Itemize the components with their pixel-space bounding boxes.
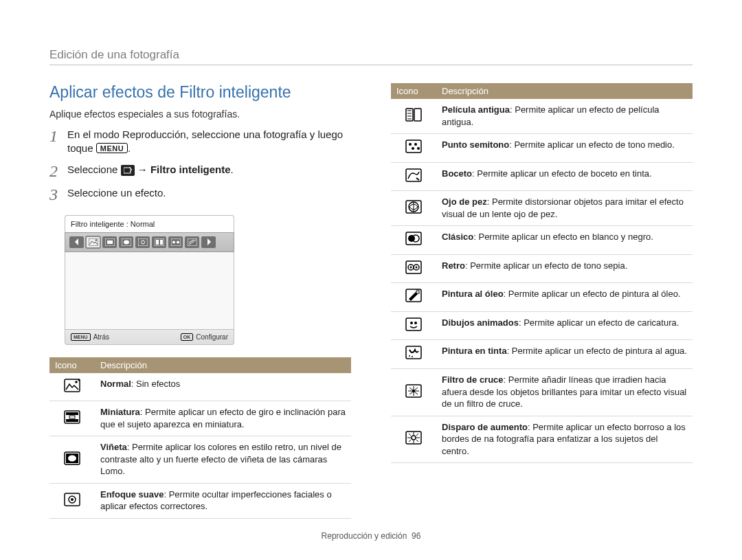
filter-name: Normal (100, 379, 131, 389)
svg-point-58 (409, 355, 410, 357)
filter-desc: : Permite aplicar un efecto de pintura a… (504, 289, 681, 299)
filter-desc: : Permite aplicar un efecto de caricatur… (519, 317, 679, 328)
filter-icon (405, 317, 423, 332)
th-desc: Descripción (95, 357, 351, 373)
filter-name: Retro (442, 260, 465, 271)
filter-desc: : Permite aplicar un efecto de tono medi… (509, 139, 675, 150)
svg-rect-53 (416, 291, 419, 293)
step-2: 2 Seleccione → Filtro inteligente. (49, 163, 351, 179)
strip-left-icon (69, 236, 84, 248)
footer-page: 96 (412, 531, 420, 541)
step-1: 1 En el modo Reproducción, seleccione un… (49, 128, 351, 156)
row-icon-cell (391, 226, 436, 255)
step-number: 3 (49, 186, 60, 203)
step-number: 2 (49, 163, 60, 179)
filter-strip (65, 232, 234, 252)
svg-point-63 (412, 436, 416, 440)
filter-soft-focus-icon (135, 236, 150, 248)
table-row: Dibujos animados: Permite aplicar un efe… (391, 311, 693, 340)
svg-rect-4 (107, 240, 113, 244)
svg-rect-7 (138, 238, 148, 246)
row-desc-cell: Clásico: Permite aplicar un efecto en bl… (436, 226, 693, 255)
svg-rect-10 (156, 240, 159, 245)
lead-text: Aplique efectos especiales a sus fotogra… (49, 109, 351, 120)
row-icon-cell (49, 401, 95, 436)
filter-table-left: Icono Descripción Normal: Sin efectosMin… (49, 357, 351, 519)
step-1-text-post: . (128, 142, 131, 154)
row-desc-cell: Pintura en tinta: Permite aplicar un efe… (436, 340, 693, 369)
svg-point-50 (410, 266, 412, 268)
filter-sketch-icon (185, 236, 199, 248)
row-desc-cell: Ojo de pez: Permite distorsionar objetos… (436, 191, 693, 226)
row-desc-cell: Viñeta: Permite aplicar los colores en e… (95, 436, 351, 484)
row-icon-cell (49, 373, 95, 401)
filter-icon (63, 451, 81, 466)
filter-name: Película antigua (442, 104, 510, 115)
row-desc-cell: Boceto: Permite aplicar un efecto de boc… (436, 162, 693, 191)
menu-button-icon: MENU (96, 143, 128, 153)
filter-halftone-icon (168, 236, 183, 248)
table-row: Filtro de cruce: Permite añadir líneas q… (391, 369, 693, 416)
svg-point-51 (416, 266, 418, 268)
section-header: Edición de una fotografía (49, 48, 693, 65)
row-desc-cell: Película antigua: Permite aplicar un efe… (436, 99, 693, 134)
filter-name: Filtro de cruce (442, 374, 504, 385)
filter-name: Punto semitono (442, 139, 509, 150)
row-icon-cell (49, 483, 95, 518)
row-icon-cell (391, 134, 436, 163)
strip-right-icon (201, 236, 216, 248)
step-3-text: Seleccione un efecto. (67, 186, 166, 200)
ok-button-icon: OK (181, 333, 194, 341)
table-row: Normal: Sin efectos (49, 373, 351, 401)
svg-rect-11 (160, 240, 163, 245)
filter-icon (63, 378, 81, 393)
row-desc-cell: Normal: Sin efectos (95, 373, 351, 401)
edit-icon (121, 165, 135, 176)
step-3: 3 Seleccione un efecto. (49, 186, 351, 203)
row-desc-cell: Miniatura: Permite aplicar un efecto de … (95, 401, 351, 436)
svg-point-56 (414, 322, 417, 324)
filter-name: Dibujos animados (442, 317, 519, 328)
camera-back-label: Atrás (93, 333, 109, 341)
filter-icon (405, 345, 423, 360)
row-desc-cell: Pintura al óleo: Permite aplicar un efec… (436, 283, 693, 312)
filter-icon (63, 492, 81, 507)
table-row: Pintura en tinta: Permite aplicar un efe… (391, 340, 693, 369)
filter-name: Enfoque suave (100, 489, 164, 500)
filter-icon (405, 430, 423, 445)
row-icon-cell (391, 311, 436, 340)
table-row: Clásico: Permite aplicar un efecto en bl… (391, 226, 693, 255)
menu-button-icon: MENU (71, 333, 91, 341)
svg-rect-54 (406, 318, 421, 331)
step-number: 1 (49, 128, 60, 144)
row-desc-cell: Punto semitono: Permite aplicar un efect… (436, 134, 693, 163)
svg-point-59 (412, 356, 413, 357)
filter-name: Viñeta (100, 442, 127, 452)
filter-desc: : Sin efectos (131, 379, 181, 389)
table-row: Punto semitono: Permite aplicar un efect… (391, 134, 693, 163)
svg-point-39 (417, 147, 420, 150)
filter-name: Pintura en tinta (442, 346, 507, 356)
footer-label: Reproducción y edición (322, 531, 407, 541)
filter-name: Boceto (442, 168, 472, 179)
th-desc: Descripción (436, 83, 693, 99)
filter-name: Pintura al óleo (442, 289, 504, 299)
filter-name: Clásico (442, 232, 473, 242)
filter-vignette-icon (119, 236, 133, 248)
row-icon-cell (391, 191, 436, 226)
table-row: Viñeta: Permite aplicar los colores en e… (49, 436, 351, 484)
camera-screen-title: Filtro inteligente : Normal (65, 215, 234, 232)
svg-point-36 (409, 143, 412, 146)
filter-icon (405, 107, 423, 122)
filter-old-film-icon (152, 236, 166, 248)
table-row: Película antigua: Permite aplicar un efe… (391, 99, 693, 134)
filter-desc: : Permite aplicar un efecto de boceto en… (472, 168, 652, 179)
row-icon-cell (391, 254, 436, 283)
camera-screen-mock: Filtro inteligente : Normal MENU Atrás (65, 215, 234, 345)
camera-ok-label: Configurar (196, 333, 228, 341)
row-desc-cell: Retro: Permite aplicar un efecto de tono… (436, 254, 693, 283)
page-footer: Reproducción y edición 96 (0, 531, 742, 541)
filter-desc: : Permite aplicar un efecto en blanco y … (473, 232, 653, 242)
table-row: Boceto: Permite aplicar un efecto de boc… (391, 162, 693, 191)
table-row: Pintura al óleo: Permite aplicar un efec… (391, 283, 693, 312)
